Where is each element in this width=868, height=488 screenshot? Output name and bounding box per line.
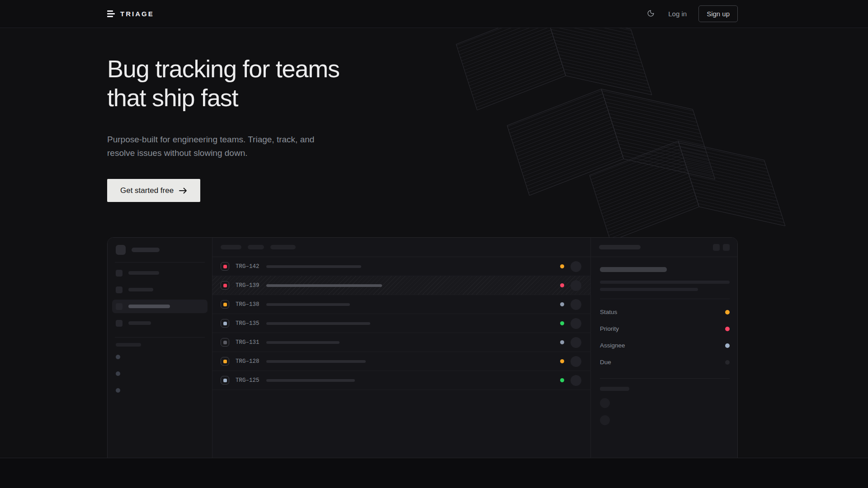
mock-issue-title-bar [266,322,370,325]
mock-issue-row: TRG–131 [212,333,590,352]
mock-issue-type-icon [221,281,229,290]
mock-property-label: Status [600,309,617,315]
hero-subtitle: Purpose-built for engineering teams. Tri… [107,133,738,160]
mock-avatar [571,356,581,367]
mock-issue-title-bar [266,284,382,287]
top-nav: TRIAGE Log in Sign up [0,0,868,28]
footer [0,458,868,488]
mock-issue-type-icon [221,300,229,309]
mock-list-header [212,238,590,257]
app-mockup: TRG–142 TRG–139 TRG–138 TRG–135 [107,237,738,458]
mock-panel-action-squares [713,244,730,251]
mock-issue-title-bar [266,360,366,363]
mock-property-dot [725,343,730,348]
page-title: Bug tracking for teams that ship fast [107,54,738,112]
mock-property-row: Due [600,354,730,371]
mock-issue-list: TRG–142 TRG–139 TRG–138 TRG–135 [212,238,590,458]
mock-status-dot [560,321,564,325]
mock-status-dot [560,359,564,363]
mock-avatar [571,375,581,386]
mock-issue-title-skeleton [600,267,667,272]
get-started-button[interactable]: Get started free [107,179,200,202]
mock-issue-type-icon [221,338,229,347]
mock-property-row: Assignee [600,337,730,354]
mock-issue-title-bar [266,341,340,344]
mock-avatar [571,299,581,310]
moon-icon [647,9,655,19]
nav-actions: Log in Sign up [645,5,738,22]
mock-issue-id: TRG–128 [236,358,264,365]
mock-issue-row: TRG–125 [212,371,590,390]
mock-issue-row: TRG–139 [212,276,590,295]
mock-property-list: Status Priority Assignee Due [600,304,730,371]
mock-property-label: Priority [600,325,619,332]
mock-property-dot [725,360,730,365]
login-link[interactable]: Log in [668,10,687,18]
mock-nav-item [112,283,208,296]
mock-avatar [571,261,581,272]
brand-name: TRIAGE [120,10,154,18]
mock-issue-type-icon [221,319,229,328]
triage-logo-icon [107,10,115,17]
mock-nav-item [112,316,208,330]
mock-issue-title-bar [266,379,355,382]
mock-status-dot [560,302,564,306]
mock-avatar [571,318,581,329]
mock-nav-item [112,266,208,280]
mock-panel-header [591,238,738,257]
signup-button[interactable]: Sign up [698,5,738,22]
mock-sidebar-nav [116,266,204,330]
mock-issue-row: TRG–142 [212,257,590,276]
mock-label-dots [116,355,204,393]
mock-avatar [571,337,581,348]
mock-nav-item-active [112,300,208,313]
mock-issue-id: TRG–125 [236,377,264,384]
mock-issue-type-icon [221,262,229,271]
mock-property-label: Assignee [600,342,625,349]
mock-issue-row: TRG–135 [212,314,590,333]
mock-issue-id: TRG–135 [236,320,264,327]
mock-sidebar [108,238,212,458]
mock-status-dot [560,283,564,287]
mock-property-dot [725,310,730,314]
mock-section-label [116,343,141,347]
mock-status-dot [560,378,564,382]
theme-toggle-button[interactable] [645,8,656,20]
mock-activity-label [600,387,629,391]
mock-issue-title-bar [266,303,350,306]
mock-status-dot [560,340,564,344]
mock-detail-panel: Status Priority Assignee Due [590,238,738,458]
mock-workspace-switcher [116,245,204,255]
mock-property-row: Priority [600,320,730,337]
mock-issue-row: TRG–138 [212,295,590,314]
mock-issue-id: TRG–138 [236,301,264,308]
brand-logo: TRIAGE [107,10,154,18]
arrow-right-icon [179,188,187,194]
mock-activity-avatars [600,398,730,425]
mock-issue-id: TRG–142 [236,263,264,270]
mock-status-dot [560,264,564,268]
mock-issue-type-icon [221,376,229,385]
mock-avatar [571,280,581,291]
mock-issue-row: TRG–128 [212,352,590,371]
mock-property-label: Due [600,359,611,366]
mock-issue-id: TRG–139 [236,282,264,289]
mock-property-row: Status [600,304,730,320]
mock-issue-title-bar [266,265,361,268]
mock-issue-type-icon [221,357,229,366]
hero-section: Bug tracking for teams that ship fast Pu… [0,28,868,458]
mock-property-dot [725,327,730,331]
mock-issue-id: TRG–131 [236,339,264,346]
